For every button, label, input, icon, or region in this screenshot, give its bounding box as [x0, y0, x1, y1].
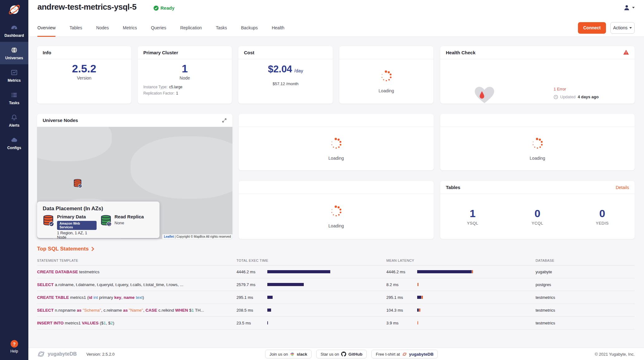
user-menu[interactable]	[623, 4, 635, 11]
chevron-down-icon	[629, 27, 632, 29]
loading-label: Loading	[530, 156, 545, 161]
universe-nodes-title: Universe Nodes	[43, 118, 78, 123]
tab-replication[interactable]: Replication	[180, 19, 202, 37]
loading-spinner	[330, 137, 343, 151]
version-label: Version	[77, 75, 92, 80]
tab-health[interactable]: Health	[272, 19, 284, 37]
configs-icon	[11, 136, 18, 144]
sidebar-item-help[interactable]: ? Help	[0, 336, 28, 358]
node-count-label: Node	[179, 75, 190, 80]
sql-table-header: STATEMENT TEMPLATE TOTAL EXEC TIME MEAN …	[37, 256, 635, 265]
sidebar-item-universes[interactable]: Universes	[0, 42, 28, 64]
tab-tables[interactable]: Tables	[69, 19, 82, 37]
primary-data-group: Primary Data Amazon Web Services 1 Regio…	[43, 214, 97, 240]
chevron-right-icon	[91, 247, 94, 251]
table-count-ycql: 0YCQL	[505, 207, 570, 226]
actions-button[interactable]: Actions	[610, 22, 635, 34]
table-count-yedis: 0YEDIS	[570, 207, 635, 226]
connect-button[interactable]: Connect	[578, 22, 606, 34]
clock-icon	[554, 95, 558, 99]
tab-overview[interactable]: Overview	[37, 19, 55, 37]
github-button[interactable]: Star us on GitHub	[316, 350, 367, 358]
sql-statement-row[interactable]: CREATE TABLE metrics1 (id int primary ke…	[37, 291, 635, 304]
help-icon: ?	[11, 340, 18, 348]
tab-queries[interactable]: Queries	[151, 19, 166, 37]
status-badge: Ready	[154, 5, 174, 11]
dashboard-icon	[11, 24, 18, 31]
slack-button[interactable]: Join us on slack	[265, 350, 312, 358]
yugabyte-logo[interactable]	[0, 0, 28, 19]
health-error-link[interactable]: 1 Error	[554, 87, 599, 91]
total-exec-bar	[267, 270, 386, 273]
total-exec-bar	[267, 283, 386, 286]
health-check-title: Health Check	[446, 50, 475, 55]
footer-copyright: © 2021 Yugabyte, Inc.	[595, 348, 635, 360]
provider-badge: Amazon Web Services	[57, 221, 97, 230]
mean-latency-bar	[417, 283, 536, 286]
sidebar: DashboardUniversesMetricsTasksAlertsConf…	[0, 0, 28, 360]
replica-database-icon	[100, 214, 112, 240]
sidebar-item-metrics[interactable]: Metrics	[0, 64, 28, 87]
github-icon	[341, 352, 346, 357]
loading-card-2: Loading	[239, 114, 434, 170]
expand-icon[interactable]	[222, 118, 227, 123]
loading-card-4: Loading	[239, 181, 434, 239]
top-sql-statements-link[interactable]: Top SQL Statements	[37, 246, 94, 252]
sidebar-item-configs[interactable]: Configs	[0, 132, 28, 154]
cost-per-day-unit: /day	[294, 68, 303, 73]
mean-latency-bar	[417, 296, 536, 299]
total-exec-bar	[267, 296, 386, 299]
mean-latency-bar	[417, 309, 536, 312]
tab-tasks[interactable]: Tasks	[216, 19, 227, 37]
tab-list: OverviewTablesNodesMetricsQueriesReplica…	[37, 19, 298, 37]
page-title: andrew-test-metrics-ysql-5	[37, 2, 136, 12]
cost-card-title: Cost	[238, 46, 333, 59]
table-count-ysql: 1YSQL	[440, 207, 505, 226]
sql-statement-row[interactable]: CREATE DATABASE testmetrics4446.2 ms4446…	[37, 265, 635, 278]
sql-statement-row[interactable]: SELECT n.nspname as "Schema", c.relname …	[37, 304, 635, 317]
tshirt-button[interactable]: Free t-shirt at yugabyteDB	[371, 350, 438, 358]
mean-latency-bar	[417, 321, 536, 324]
warning-icon	[623, 50, 629, 56]
sidebar-item-tasks[interactable]: Tasks	[0, 87, 28, 109]
sql-statement-row[interactable]: SELECT a.rolname, t.datname, t.queryid, …	[37, 278, 635, 291]
health-check-card: Health Check 1 Error Updated 4 days ago	[440, 46, 635, 104]
replication-factor-row: Replication Factor:1	[143, 90, 226, 97]
footer-brand: yugabyteDB	[48, 351, 77, 357]
mean-latency-bar	[417, 270, 536, 273]
tab-bar: OverviewTablesNodesMetricsQueriesReplica…	[37, 19, 635, 37]
user-icon	[623, 4, 630, 11]
info-card-title: Info	[37, 46, 131, 59]
read-replica-group: Read Replica None	[100, 214, 154, 240]
total-exec-bar	[267, 309, 386, 312]
sql-statement-row[interactable]: INSERT INTO metrics1 VALUES ($1, $2)23.5…	[37, 317, 635, 329]
total-exec-bar	[267, 321, 386, 324]
yugabytedb-mini-logo	[402, 352, 407, 357]
loading-spinner	[531, 137, 544, 151]
health-heart-icon	[473, 85, 496, 105]
sql-statements-table: STATEMENT TEMPLATE TOTAL EXEC TIME MEAN …	[37, 256, 635, 329]
cost-per-month: $57.12 /month	[273, 81, 298, 86]
sidebar-item-alerts[interactable]: Alerts	[0, 109, 28, 132]
leaflet-link[interactable]: Leaflet	[164, 235, 174, 238]
sidebar-item-dashboard[interactable]: Dashboard	[0, 19, 28, 42]
loading-label: Loading	[379, 88, 394, 93]
cost-per-day-value: $2.04	[268, 64, 292, 75]
app-root: DashboardUniversesMetricsTasksAlertsConf…	[0, 0, 644, 360]
tables-card: Tables Details 1YSQL0YCQL0YEDIS	[440, 181, 635, 239]
universe-icon	[11, 46, 18, 54]
tasks-icon	[11, 91, 18, 99]
loading-card-3: Loading	[440, 114, 635, 170]
tables-details-link[interactable]: Details	[616, 185, 629, 190]
planet-rocket-icon	[7, 2, 21, 17]
node-marker[interactable]	[73, 178, 82, 189]
tab-metrics[interactable]: Metrics	[123, 19, 137, 37]
universe-nodes-card: Universe Nodes Leaflet | Copyright © Map…	[37, 114, 232, 239]
loading-label: Loading	[328, 156, 344, 161]
check-circle-icon	[154, 6, 159, 11]
tab-backups[interactable]: Backups	[241, 19, 258, 37]
data-placement-panel: Data Placement (In AZs) Primary Data Ama…	[37, 202, 160, 238]
loading-spinner	[380, 70, 393, 84]
map-attribution: Leaflet | Copyright © MapBox All rights …	[162, 234, 232, 239]
tab-nodes[interactable]: Nodes	[96, 19, 109, 37]
